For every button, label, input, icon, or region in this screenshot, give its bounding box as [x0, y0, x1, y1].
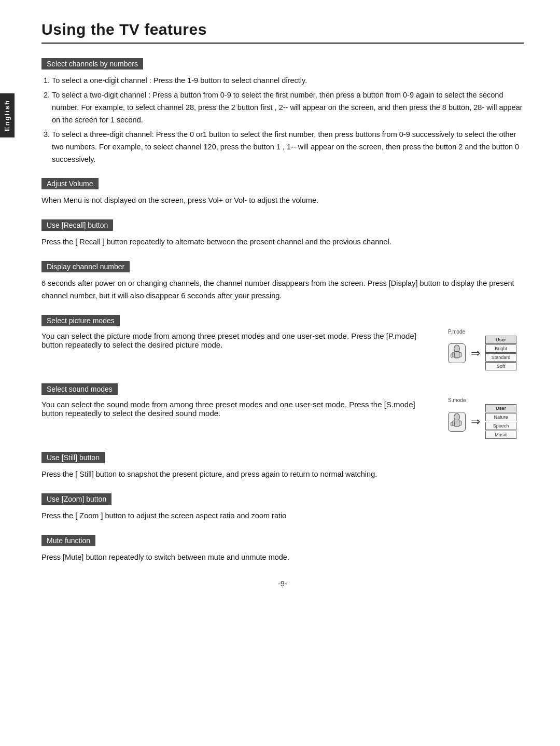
section-zoom-button: Use [Zoom] button Press the [ Zoom ] but… [41, 493, 524, 522]
svg-rect-3 [459, 352, 461, 357]
page-container: English Using the TV features Select cha… [0, 0, 560, 619]
menu-cascade-sound: User Nature Speech Music [485, 404, 516, 439]
hand-svg-picture [449, 342, 465, 365]
menu-item-standard: Standard [485, 353, 516, 362]
section-header-display-channel: Display channel number [41, 261, 130, 272]
picture-mode-label: P.mode [448, 329, 465, 335]
section-header-select-picture: Select picture modes [41, 315, 120, 326]
section-body-zoom: Press the [ Zoom ] button to adjust the … [41, 510, 524, 522]
sound-mode-label: S.mode [448, 397, 466, 403]
diagram-picture-modes: P.mode [441, 329, 524, 371]
diagram-wrapper-picture: P.mode [448, 329, 516, 371]
menu-item-bright: Bright [485, 344, 516, 353]
section-picture-content: You can select the picture mode from amo… [41, 331, 524, 371]
picture-diag-row: ⇒ User Bright Standard Soft [448, 336, 516, 371]
page-title: Using the TV features [41, 21, 524, 38]
section-sound-content: You can select the sound mode from among… [41, 400, 524, 439]
sound-diag-row: ⇒ User Nature Speech Music [448, 404, 516, 439]
menu-item-music: Music [485, 431, 516, 439]
section-mute-function: Mute function Press [Mute] button repeat… [41, 535, 524, 564]
menu-item-soft: Soft [485, 362, 516, 370]
section-body-still: Press the [ Still] button to snapshot th… [41, 468, 524, 481]
section-header-select-sound: Select sound modes [41, 383, 118, 395]
section-select-picture: Select picture modes You can select the … [41, 315, 524, 371]
list-item: To select a three-digit channel: Press t… [52, 129, 524, 166]
remote-button-icon [448, 343, 466, 363]
section-text-sound: You can select the sound mode from among… [41, 400, 430, 418]
svg-rect-9 [451, 422, 453, 426]
section-select-sound: Select sound modes You can select the so… [41, 383, 524, 439]
section-body-mute: Press [Mute] button repeatedly to switch… [41, 551, 524, 564]
section-adjust-volume: Adjust Volume When Menu is not displayed… [41, 178, 524, 207]
section-header-still: Use [Still] button [41, 452, 105, 463]
hand-svg-sound [449, 410, 465, 433]
menu-item-speech: Speech [485, 422, 516, 430]
page-number: -9- [41, 579, 524, 588]
menu-item-user-sound: User [485, 404, 516, 412]
section-header-zoom: Use [Zoom] button [41, 493, 111, 505]
language-tab: English [0, 93, 15, 137]
section-header-recall: Use [Recall] button [41, 219, 113, 231]
section-body-recall: Press the [ Recall ] button repeatedly t… [41, 236, 524, 248]
svg-rect-6 [454, 420, 460, 426]
menu-item-nature: Nature [485, 413, 516, 421]
section-body-display-channel: 6 seconds after power on or changing cha… [41, 278, 524, 302]
arrow-right-sound-icon: ⇒ [471, 415, 480, 429]
menu-cascade-picture: User Bright Standard Soft [485, 336, 516, 371]
section-text-picture: You can select the picture mode from amo… [41, 331, 430, 349]
remote-btn-picture [448, 343, 466, 363]
section-header-adjust-volume: Adjust Volume [41, 178, 99, 189]
section-display-channel: Display channel number 6 seconds after p… [41, 261, 524, 302]
diagram-sound-modes: S.mode [441, 397, 524, 439]
section-select-channels: Select channels by numbers To select a o… [41, 58, 524, 165]
menu-item-user-picture: User [485, 336, 516, 344]
svg-rect-1 [454, 352, 460, 358]
section-body-select-channels: To select a one-digit channel : Press th… [41, 75, 524, 165]
remote-button-icon-sound [448, 412, 466, 432]
arrow-right-icon: ⇒ [471, 347, 480, 360]
svg-rect-4 [451, 354, 453, 357]
section-header-select-channels: Select channels by numbers [41, 58, 143, 70]
section-header-mute: Mute function [41, 535, 95, 546]
section-recall-button: Use [Recall] button Press the [ Recall ]… [41, 219, 524, 248]
section-body-adjust-volume: When Menu is not displayed on the screen… [41, 195, 524, 207]
list-item: To select a two-digit channel : Press a … [52, 89, 524, 127]
remote-btn-sound [448, 412, 466, 432]
svg-rect-8 [459, 421, 461, 425]
section-still-button: Use [Still] button Press the [ Still] bu… [41, 452, 524, 481]
diagram-wrapper-sound: S.mode [448, 397, 516, 439]
title-divider [41, 43, 524, 44]
list-item: To select a one-digit channel : Press th… [52, 75, 524, 87]
